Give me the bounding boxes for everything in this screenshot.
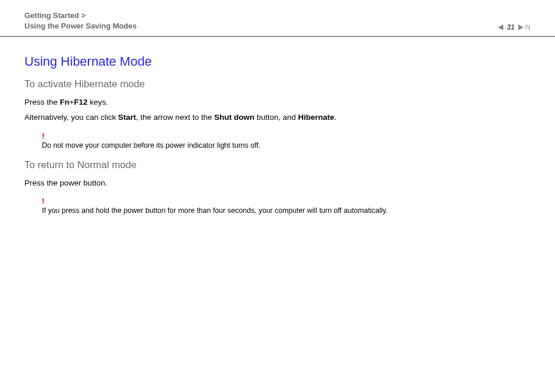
- breadcrumb-line-1[interactable]: Getting Started >: [24, 10, 137, 21]
- breadcrumb: Getting Started > Using the Power Saving…: [24, 10, 137, 31]
- page-nav: 31 N: [498, 23, 531, 31]
- warning-icon: !: [42, 132, 531, 140]
- instruction-power-button: Press the power button.: [24, 177, 531, 190]
- key-label: Fn: [60, 98, 70, 106]
- section-heading-activate: To activate Hibernate mode: [24, 79, 531, 90]
- ui-reference: Shut down: [214, 113, 254, 122]
- warning-text: If you press and hold the power button f…: [42, 206, 387, 215]
- page-number: 31: [507, 23, 514, 31]
- text-fragment: .: [335, 113, 337, 122]
- text-fragment: +: [69, 98, 74, 106]
- instruction-keys: Press the Fn+F12 keys.: [24, 96, 531, 109]
- ui-reference: Hibernate: [298, 113, 334, 122]
- text-fragment: Press the: [24, 98, 60, 106]
- section-heading-return: To return to Normal mode: [24, 159, 531, 171]
- text-fragment: button, and: [254, 113, 298, 122]
- warning-icon: !: [42, 197, 531, 205]
- key-label: F12: [74, 98, 87, 106]
- text-fragment: , the arrow next to the: [136, 113, 214, 122]
- text-fragment: keys.: [87, 98, 108, 106]
- ui-reference: Start: [118, 113, 136, 122]
- warning-block-1: ! Do not move your computer before its p…: [42, 132, 531, 150]
- warning-block-2: ! If you press and hold the power button…: [42, 197, 531, 215]
- breadcrumb-line-2[interactable]: Using the Power Saving Modes: [24, 21, 137, 31]
- warning-text: Do not move your computer before its pow…: [42, 141, 261, 149]
- main-heading: Using Hibernate Mode: [24, 54, 531, 69]
- page-header: Getting Started > Using the Power Saving…: [0, 0, 555, 37]
- next-page-icon[interactable]: [518, 24, 524, 30]
- instruction-alternative: Alternatively, you can click Start, the …: [24, 111, 531, 124]
- page-content: Using Hibernate Mode To activate Hiberna…: [0, 37, 555, 238]
- nav-letter: N: [525, 23, 531, 31]
- text-fragment: Alternatively, you can click: [24, 113, 118, 122]
- prev-page-icon[interactable]: [498, 24, 503, 30]
